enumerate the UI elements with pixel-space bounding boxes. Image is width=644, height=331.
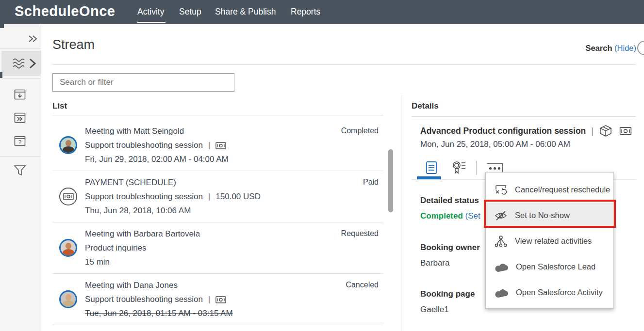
- no-show-icon: [494, 210, 508, 221]
- left-sidebar: ?: [0, 24, 41, 331]
- list-item[interactable]: Meeting with Dana Jones Canceled Support…: [52, 274, 383, 325]
- menu-item-view-related-activities[interactable]: View related activities: [486, 228, 613, 254]
- item-subtitle-row: Support troubleshooting session |: [85, 295, 226, 304]
- payment-icon: [63, 193, 74, 200]
- search-input[interactable]: [52, 73, 234, 92]
- item-subtitle-row: Support troubleshooting session | 150.00…: [85, 192, 261, 202]
- status-completed: Completed: [420, 211, 463, 221]
- page-title: Stream: [52, 37, 95, 52]
- menu-item-set-no-show[interactable]: Set to No-show: [486, 203, 613, 228]
- tab-notes-document-icon[interactable]: [426, 161, 437, 176]
- payment-avatar: [59, 188, 77, 205]
- detailed-status-value: Completed (Set: [420, 211, 480, 221]
- item-subtitle: Support troubleshooting session: [85, 295, 203, 304]
- help-bubble-partial[interactable]: [637, 41, 644, 55]
- sidebar-divider: [0, 78, 41, 79]
- search-label: Search: [585, 44, 612, 52]
- details-title: Advanced Product configuration session: [420, 126, 586, 136]
- pipe-separator: |: [591, 126, 594, 136]
- avatar: [59, 290, 77, 308]
- status-badge: Paid: [363, 178, 379, 187]
- chevron-right-icon[interactable]: [28, 57, 37, 70]
- nav-tab-activity[interactable]: Activity: [137, 7, 164, 17]
- item-title: Meeting with Dana Jones: [85, 281, 178, 290]
- salesforce-cloud-icon: [494, 262, 509, 272]
- menu-item-label: Open Salesforce Lead: [516, 262, 595, 271]
- top-navbar: ScheduleOnce Activity Setup Share & Publ…: [0, 0, 644, 24]
- collapse-sidebar-icon[interactable]: [27, 33, 38, 45]
- nav-tab-share-publish[interactable]: Share & Publish: [215, 7, 276, 17]
- menu-item-open-salesforce-lead[interactable]: Open Salesforce Lead: [486, 254, 613, 280]
- help-window-icon[interactable]: ?: [14, 136, 26, 146]
- avatar: [59, 239, 77, 257]
- menu-item-cancel-reschedule[interactable]: Cancel/request reschedule: [486, 177, 613, 203]
- payment-amount: 150.00 USD: [215, 192, 261, 202]
- status-badge: Requested: [341, 229, 379, 238]
- item-duration: 15 min: [85, 257, 110, 267]
- pipe-separator: |: [208, 141, 210, 150]
- item-datetime: Fri, Jun 29, 2018, 02:00 AM - 04:00 AM: [85, 155, 229, 164]
- list-item[interactable]: Meeting with Matt Seingold Completed Sup…: [52, 120, 383, 171]
- nav-tab-reports[interactable]: Reports: [291, 7, 320, 17]
- details-divider: [412, 116, 636, 117]
- set-status-link[interactable]: (Set: [465, 211, 480, 221]
- payment-icon: [619, 127, 632, 135]
- menu-item-label: Set to No-show: [515, 211, 570, 220]
- item-datetime: Thu, Jun 28, 2018, 10:06 AM: [85, 206, 191, 216]
- status-badge: Completed: [341, 126, 379, 135]
- detailed-status-label: Detailed status: [420, 196, 479, 205]
- list-item[interactable]: Meeting with Barbara Bartovela Requested…: [52, 222, 383, 274]
- sidebar-active-notch: [0, 72, 2, 79]
- item-subtitle-row: Support troubleshooting session |: [85, 141, 226, 150]
- payment-icon: [215, 296, 226, 303]
- app-window: ScheduleOnce Activity Setup Share & Publ…: [0, 0, 644, 331]
- list-scrollbar-thumb[interactable]: [388, 149, 393, 212]
- pipe-separator: |: [208, 295, 210, 304]
- more-actions-button[interactable]: [487, 163, 503, 173]
- booking-page-value: Gaelle1: [420, 305, 449, 315]
- menu-item-open-salesforce-activity[interactable]: Open Salesforce Activity: [486, 280, 613, 305]
- cancel-reschedule-icon: [494, 184, 508, 196]
- menu-item-label: Open Salesforce Activity: [516, 288, 603, 297]
- activity-stream-list: Meeting with Matt Seingold Completed Sup…: [52, 120, 383, 325]
- booking-page-label: Booking page: [420, 289, 475, 299]
- item-title: Meeting with Barbara Bartovela: [85, 229, 200, 239]
- item-subtitle: Support troubleshooting session: [85, 192, 203, 202]
- payment-icon: [215, 142, 226, 149]
- header-divider: [52, 64, 636, 65]
- related-activities-icon: [494, 235, 508, 248]
- list-underline: [52, 115, 383, 115]
- hide-search-link[interactable]: (Hide): [614, 44, 636, 52]
- details-datetime: Mon, Jun 25, 2018, 05:00 AM - 06:00 AM: [420, 140, 570, 149]
- more-actions-menu: Cancel/request reschedule Set to No-show…: [485, 172, 614, 309]
- filter-funnel-icon[interactable]: [14, 165, 26, 176]
- details-heading: Details: [412, 101, 439, 111]
- brand-logo[interactable]: ScheduleOnce: [15, 3, 115, 19]
- menu-item-label: Cancel/request reschedule: [515, 185, 610, 194]
- nav-tab-setup[interactable]: Setup: [179, 7, 201, 17]
- package-icon: [599, 124, 612, 138]
- item-subtitle-row: Product inquiries: [85, 243, 147, 253]
- stream-waves-icon: [12, 57, 26, 70]
- status-badge: Canceled: [346, 281, 379, 289]
- details-title-row: Advanced Product configuration session |: [420, 124, 632, 138]
- svg-text:?: ?: [18, 139, 21, 145]
- item-datetime-canceled: Tue, Jun 26, 2018, 01:15 AM - 03:15 AM: [85, 309, 233, 318]
- item-title: PAYMENT (SCHEDULE): [85, 178, 176, 188]
- sidebar-divider: [0, 48, 41, 49]
- tab-separator: [476, 161, 477, 175]
- pipe-separator: |: [208, 192, 210, 202]
- forward-window-icon[interactable]: [14, 112, 26, 123]
- search-toggle: Search (Hide): [585, 44, 636, 53]
- list-heading: List: [52, 101, 67, 111]
- list-item[interactable]: PAYMENT (SCHEDULE) Paid Support troubles…: [52, 171, 383, 222]
- booking-owner-label: Booking owner: [420, 243, 480, 252]
- item-subtitle: Product inquiries: [85, 243, 147, 253]
- item-title: Meeting with Matt Seingold: [85, 126, 184, 136]
- salesforce-cloud-icon: [494, 287, 509, 298]
- tab-certificate-icon[interactable]: [452, 160, 466, 177]
- active-tab-underline: [137, 22, 165, 23]
- booking-owner-value: Barbara: [420, 258, 449, 268]
- inbox-download-icon[interactable]: [14, 89, 26, 100]
- item-subtitle: Support troubleshooting session: [85, 141, 203, 150]
